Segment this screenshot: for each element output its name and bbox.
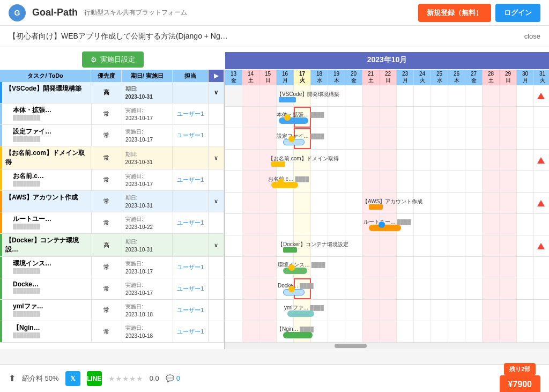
month-label: 2023年10月 — [225, 52, 549, 69]
task-cell[interactable]: 設定ファイ… ████████ — [0, 125, 92, 146]
gantt-label: Docke… ████ — [278, 283, 314, 289]
gantt-row: お名前.c… ████ — [225, 171, 549, 193]
row-expand[interactable]: ∨ — [209, 82, 224, 103]
header-right: 新規登録（無料） ログイン — [418, 4, 540, 22]
gantt-bar — [283, 268, 307, 274]
gantt-date-col: 24火 — [414, 70, 431, 85]
app-name: Goal-Path — [32, 7, 78, 18]
date-cell: 期日: 2023-10-31 — [122, 234, 173, 256]
header-left: G Goal-Path 行動型スキル共有プラットフォーム — [9, 4, 187, 21]
logo-icon: G — [9, 4, 26, 21]
priority-cell: 常 — [92, 169, 122, 190]
task-cell[interactable]: ルートユー… ████████ — [0, 212, 92, 233]
star-rating: ★★★★★ — [108, 374, 143, 383]
toolbar-left: ⚙ 実施日設定 — [0, 51, 225, 70]
assign-cell — [173, 146, 209, 169]
line-button[interactable]: LINE — [87, 371, 102, 386]
col-assign-header: 担当 — [173, 70, 209, 82]
row-expand[interactable] — [209, 103, 224, 124]
table-row: 【お名前.com】ドメイン取得 常 期日: 2023-10-31 ∨ — [0, 146, 224, 169]
table-wrapper: タスク/ ToDo 優先度 期日/ 実施日 担当 ▶ 【VSCode】開発環境構… — [0, 70, 549, 349]
priority-cell: 常 — [92, 257, 122, 278]
comment-count[interactable]: 💬 0 — [166, 374, 180, 382]
remaining-badge: 残り2部 — [504, 363, 536, 375]
row-expand[interactable] — [209, 125, 224, 146]
row-expand[interactable] — [209, 212, 224, 233]
gantt-date-col: 25水 — [431, 70, 448, 85]
assign-cell[interactable]: ユーザー1 — [173, 300, 209, 321]
share-icon[interactable]: ⬆ — [9, 373, 16, 383]
gantt-row: ymlファ… ████ — [225, 300, 549, 321]
task-cell[interactable]: ymlファ… ████████ — [0, 300, 92, 321]
row-expand[interactable] — [209, 278, 224, 299]
table-row: 【AWS】アカウント作成 常 期日: 2023-10-31 ∨ — [0, 191, 224, 212]
gantt-date-col: 22日 — [380, 70, 397, 85]
priority-cell: 常 — [92, 103, 122, 124]
bottom-left: ⬆ 紹介料 50% 𝕏 LINE ★★★★★ 0.0 💬 0 — [9, 371, 180, 386]
row-expand[interactable] — [209, 169, 224, 190]
row-expand[interactable]: ∨ — [209, 146, 224, 169]
gantt-date-col: 14土 — [242, 70, 259, 85]
assign-cell[interactable]: ユーザー1 — [173, 125, 209, 146]
assign-cell[interactable]: ユーザー1 — [173, 257, 209, 278]
left-table: タスク/ ToDo 優先度 期日/ 実施日 担当 ▶ 【VSCode】開発環境構… — [0, 70, 225, 349]
gantt-date-col: 15日 — [259, 70, 277, 85]
task-cell[interactable]: 【AWS】アカウント作成 — [0, 191, 91, 212]
gantt-date-col: 30月 — [517, 70, 534, 85]
date-cell: 期日: 2023-10-31 — [122, 191, 173, 212]
gantt-row: 設定ファイ… ████ — [225, 128, 549, 150]
task-cell[interactable]: 【Ngin… ████████ — [0, 321, 92, 342]
row-expand[interactable] — [209, 321, 224, 342]
priority-cell: 常 — [92, 212, 122, 233]
twitter-button[interactable]: 𝕏 — [65, 371, 80, 386]
gantt-date-col: 19木 — [328, 70, 345, 85]
table-row: 本体・拡張… ████████ 常 実施日: 2023-10-17 ユーザー1 — [0, 103, 224, 125]
table-row: 【VSCode】開発環境構築 高 期日: 2023-10-31 ∨ — [0, 82, 224, 103]
task-cell[interactable]: 【お名前.com】ドメイン取得 — [0, 146, 91, 169]
gantt-bar — [279, 97, 296, 102]
register-button[interactable]: 新規登録（無料） — [418, 4, 491, 22]
assign-cell[interactable]: ユーザー1 — [173, 169, 209, 190]
table-row: 環境インス… ████████ 常 実施日: 2023-10-17 ユーザー1 — [0, 257, 224, 278]
priority-cell: 高 — [91, 234, 122, 256]
expand-all-button[interactable]: ▶ — [209, 70, 224, 82]
horizontal-scrollbar[interactable] — [225, 343, 549, 349]
row-expand[interactable] — [209, 300, 224, 321]
task-cell[interactable]: 本体・拡張… ████████ — [0, 103, 92, 124]
login-button[interactable]: ログイン — [495, 4, 540, 22]
chat-icon: 💬 — [166, 374, 174, 382]
priority-cell: 高 — [91, 82, 122, 103]
close-button[interactable]: close — [524, 32, 540, 40]
schedule-button[interactable]: ⚙ 実施日設定 — [82, 51, 144, 68]
assign-cell[interactable]: ユーザー1 — [173, 212, 209, 233]
bottom-bar: ⬆ 紹介料 50% 𝕏 LINE ★★★★★ 0.0 💬 0 残り2部 ¥790… — [0, 364, 549, 392]
task-cell[interactable]: 【VSCode】開発環境構築 — [0, 82, 91, 103]
table-row: お名前.c… ████████ 常 実施日: 2023-10-17 ユーザー1 — [0, 169, 224, 191]
row-expand[interactable]: ∨ — [209, 191, 224, 212]
row-expand[interactable]: ∨ — [209, 234, 224, 256]
overdue-icon — [537, 157, 545, 164]
table-header: タスク/ ToDo 優先度 期日/ 実施日 担当 ▶ — [0, 70, 224, 82]
assign-cell[interactable]: ユーザー1 — [173, 321, 209, 342]
task-cell[interactable]: 環境インス… ████████ — [0, 257, 92, 278]
assign-cell[interactable]: ユーザー1 — [173, 278, 209, 299]
task-cell[interactable]: お名前.c… ████████ — [0, 169, 92, 190]
assign-cell[interactable]: ユーザー1 — [173, 103, 209, 124]
price-button[interactable]: ¥7900 — [500, 375, 541, 392]
task-cell[interactable]: 【Docker】コンテナ環境設… — [0, 234, 91, 256]
task-cell[interactable]: Docke… ████████ — [0, 278, 92, 299]
table-row: 【Ngin… ████████ 常 実施日: 2023-10-18 ユーザー1 — [0, 321, 224, 343]
date-cell: 実施日: 2023-10-17 — [122, 103, 173, 124]
scroll-thumb[interactable] — [335, 344, 367, 348]
gantt-date-col: 23月 — [397, 70, 414, 85]
gantt-row: 環境インス… ████ — [225, 257, 549, 278]
milestone-dot — [284, 114, 291, 121]
overdue-icon — [537, 243, 545, 249]
gantt-chart: 13金 14土 15日 16月 17火 18水 19木 20金 21土 22日 … — [225, 70, 549, 349]
gantt-row: 【VSCode】開発環境構築 — [225, 85, 549, 107]
date-cell: 実施日: 2023-10-17 — [122, 278, 173, 299]
row-expand[interactable] — [209, 257, 224, 278]
overdue-icon — [537, 93, 545, 99]
table-row: 【Docker】コンテナ環境設… 高 期日: 2023-10-31 ∨ — [0, 234, 224, 257]
overdue-icon — [537, 200, 545, 206]
